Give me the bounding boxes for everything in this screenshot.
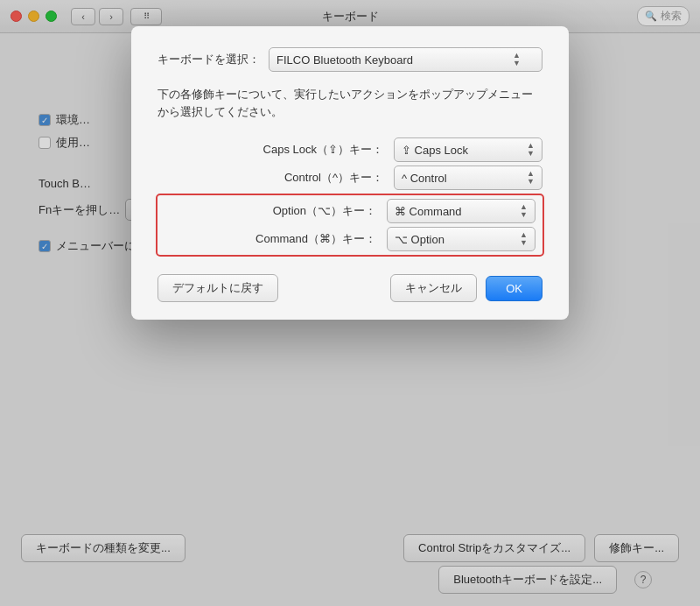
key-rows: Caps Lock（⇪）キー： ⇪ Caps Lock ▲ ▼ Control（… [158, 137, 542, 257]
option-value: ⌘ Command [395, 205, 462, 218]
ok-button[interactable]: OK [486, 276, 542, 301]
modifier-keys-modal: キーボードを選択： FILCO Bluetooth Keyboard ▲ ▼ 下… [131, 26, 569, 320]
option-label: Option（⌥）キー： [236, 203, 376, 219]
key-row-option: Option（⌥）キー： ⌘ Command ▲ ▼ [164, 199, 536, 223]
dropdown-down-arrow: ▼ [513, 60, 521, 67]
default-button[interactable]: デフォルトに戻す [158, 274, 278, 302]
control-down: ▼ [527, 178, 535, 186]
modal-buttons: デフォルトに戻す キャンセル OK [158, 274, 542, 302]
option-dropdown[interactable]: ⌘ Command ▲ ▼ [387, 199, 536, 223]
cancel-button[interactable]: キャンセル [390, 274, 477, 302]
keyboard-dropdown[interactable]: FILCO Bluetooth Keyboard ▲ ▼ [269, 47, 542, 72]
command-down: ▼ [520, 239, 528, 247]
command-label: Command（⌘）キー： [236, 231, 376, 247]
highlighted-rows-container: Option（⌥）キー： ⌘ Command ▲ ▼ Command（⌘）キー：… [156, 194, 544, 257]
command-value: ⌥ Option [395, 233, 444, 246]
command-dropdown[interactable]: ⌥ Option ▲ ▼ [387, 227, 536, 251]
control-dropdown[interactable]: ^ Control ▲ ▼ [394, 166, 542, 190]
keyboard-select-row: キーボードを選択： FILCO Bluetooth Keyboard ▲ ▼ [158, 47, 542, 72]
control-label: Control（^）キー： [243, 170, 383, 186]
control-value: ^ Control [402, 172, 447, 185]
caps-lock-dropdown[interactable]: ⇪ Caps Lock ▲ ▼ [394, 137, 542, 162]
caps-lock-value: ⇪ Caps Lock [402, 144, 468, 157]
modal-description: 下の各修飾キーについて、実行したいアクションをポップアップメニューから選択してく… [158, 86, 542, 120]
keyboard-select-label: キーボードを選択： [158, 52, 260, 67]
key-row-caps-lock: Caps Lock（⇪）キー： ⇪ Caps Lock ▲ ▼ [158, 137, 542, 162]
caps-lock-label: Caps Lock（⇪）キー： [243, 142, 383, 158]
key-row-control: Control（^）キー： ^ Control ▲ ▼ [158, 166, 542, 190]
option-down: ▼ [520, 211, 528, 219]
keyboard-dropdown-value: FILCO Bluetooth Keyboard [276, 53, 413, 67]
modal-overlay: キーボードを選択： FILCO Bluetooth Keyboard ▲ ▼ 下… [0, 0, 700, 606]
key-row-command: Command（⌘）キー： ⌥ Option ▲ ▼ [164, 227, 536, 251]
caps-lock-down: ▼ [527, 150, 535, 158]
